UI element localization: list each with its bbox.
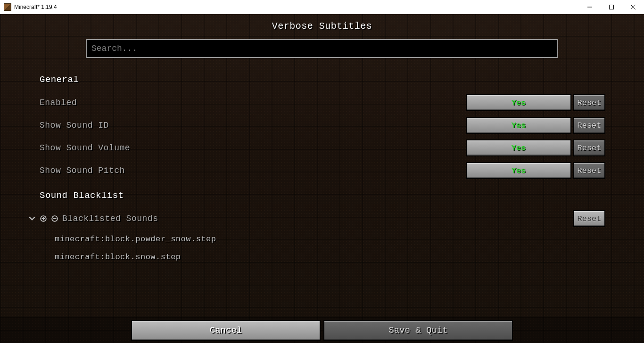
search-input[interactable] <box>86 39 558 58</box>
enabled-toggle-button[interactable]: Yes <box>467 95 570 110</box>
add-entry-button[interactable] <box>40 215 47 222</box>
page-title: Verbose Subtitles <box>0 14 644 34</box>
blacklist-row: Blacklisted Sounds Reset <box>40 207 604 230</box>
chevron-down-icon <box>29 215 35 222</box>
blacklist-label: Blacklisted Sounds <box>62 214 158 223</box>
options-scroll-area[interactable]: General Enabled Yes Reset Show Sound ID … <box>0 66 644 317</box>
minimize-icon <box>587 5 592 9</box>
sound-pitch-toggle-button[interactable]: Yes <box>467 163 570 178</box>
maximize-icon <box>609 5 614 9</box>
remove-entry-button[interactable] <box>51 215 58 222</box>
list-item[interactable]: minecraft:block.powder_snow.step <box>55 230 604 248</box>
game-screen: Verbose Subtitles General Enabled Yes Re… <box>0 14 644 343</box>
plus-circle-icon <box>40 215 47 222</box>
sound-volume-reset-button[interactable]: Reset <box>574 140 604 155</box>
window-title: Minecraft* 1.19.4 <box>14 4 57 10</box>
sound-pitch-value: Yes <box>512 166 526 175</box>
app-icon <box>4 3 11 11</box>
cancel-button[interactable]: Cancel <box>132 321 320 340</box>
list-item[interactable]: minecraft:block.snow.step <box>55 248 604 266</box>
section-blacklist-header: Sound Blacklist <box>40 190 604 201</box>
option-row-sound-volume: Show Sound Volume Yes Reset <box>40 137 604 159</box>
sound-id-value: Yes <box>512 121 526 130</box>
enabled-reset-button[interactable]: Reset <box>574 95 604 110</box>
sound-id-reset-button[interactable]: Reset <box>574 118 604 133</box>
sound-pitch-reset-button[interactable]: Reset <box>574 163 604 178</box>
window-maximize-button[interactable] <box>601 0 622 14</box>
option-row-enabled: Enabled Yes Reset <box>40 91 604 114</box>
option-label: Enabled <box>40 98 467 107</box>
close-icon <box>631 5 636 9</box>
section-general-header: General <box>40 74 604 85</box>
window-minimize-button[interactable] <box>579 0 601 14</box>
blacklist-reset-button[interactable]: Reset <box>574 211 604 226</box>
sound-volume-toggle-button[interactable]: Yes <box>467 140 570 155</box>
minus-circle-icon <box>51 215 58 222</box>
window-close-button[interactable] <box>622 0 644 14</box>
option-label: Show Sound Volume <box>40 143 467 153</box>
expand-collapse-button[interactable] <box>28 215 36 222</box>
option-label: Show Sound ID <box>40 121 467 130</box>
sound-id-toggle-button[interactable]: Yes <box>467 118 570 133</box>
footer-bar: Cancel Save & Quit <box>0 317 644 343</box>
option-label: Show Sound Pitch <box>40 166 467 175</box>
option-row-sound-id: Show Sound ID Yes Reset <box>40 114 604 137</box>
sound-volume-value: Yes <box>512 144 526 153</box>
enabled-value: Yes <box>512 98 526 107</box>
window-titlebar: Minecraft* 1.19.4 <box>0 0 644 14</box>
svg-rect-0 <box>610 5 614 9</box>
save-quit-button[interactable]: Save & Quit <box>324 321 512 340</box>
option-row-sound-pitch: Show Sound Pitch Yes Reset <box>40 159 604 182</box>
